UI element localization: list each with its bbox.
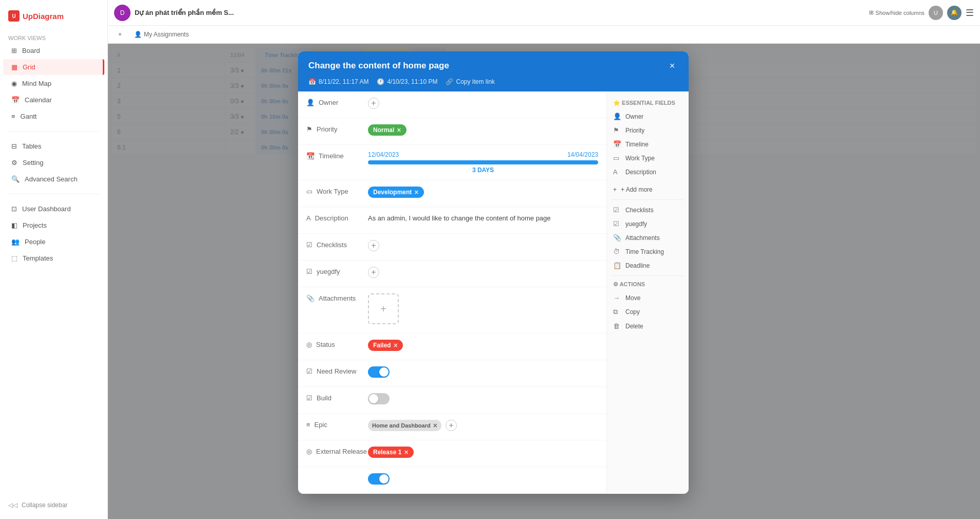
collapse-sidebar-button[interactable]: ◁◁ Collapse sidebar bbox=[8, 502, 99, 509]
sidebar-item-templates[interactable]: ⬚ Templates bbox=[3, 250, 104, 266]
board-icon: ⊞ bbox=[11, 47, 17, 54]
sidebar-item-user-dashboard[interactable]: ⊡ User Dashboard bbox=[3, 201, 104, 217]
owner-row: 👤 Owner + bbox=[298, 91, 606, 118]
build-toggle[interactable] bbox=[368, 393, 390, 404]
priority-badge[interactable]: Normal × bbox=[368, 124, 406, 136]
nav-right: ⊞ Show/hide columns U 🔔 ☰ bbox=[869, 6, 974, 20]
sidebar-work-type-item[interactable]: ▭ Work Type bbox=[611, 151, 685, 165]
my-assignments-button[interactable]: 👤 My Assignments bbox=[130, 29, 193, 40]
essential-fields-section: ⭐ Essential fields 👤 Owner ⚑ Priority bbox=[611, 98, 685, 179]
need-review-toggle[interactable] bbox=[368, 366, 390, 378]
delete-action-button[interactable]: 🗑 Delete bbox=[611, 319, 685, 333]
sidebar-checklists-item[interactable]: ☑ Checklists bbox=[611, 203, 685, 217]
user-dashboard-icon: ⊡ bbox=[11, 205, 17, 213]
external-release-row: ◎ External Release Release 1 × bbox=[298, 440, 606, 467]
sidebar-item-grid[interactable]: ▦ Grid bbox=[3, 59, 104, 75]
epic-row: ≡ Epic Home and Dashboard × + bbox=[298, 414, 606, 440]
release-remove-button[interactable]: × bbox=[404, 448, 408, 456]
plus-icon: + bbox=[118, 31, 122, 38]
templates-icon: ⬚ bbox=[11, 254, 17, 262]
sidebar-deadline-item[interactable]: 📋 Deadline bbox=[611, 258, 685, 272]
sidebar-item-setting[interactable]: ⚙ Setting bbox=[3, 155, 104, 171]
owner-icon: 👤 bbox=[306, 99, 315, 106]
add-checklist-button[interactable]: + bbox=[368, 240, 379, 251]
timeline-container: 12/04/2023 14/04/2023 3 DAYS bbox=[368, 151, 598, 174]
sidebar-item-projects[interactable]: ◧ Projects bbox=[3, 217, 104, 233]
copy-action-button[interactable]: ⧉ Copy bbox=[611, 305, 685, 319]
work-views-label: Work Views bbox=[0, 32, 107, 42]
attachment-upload-area[interactable]: + bbox=[368, 293, 399, 324]
sidebar-item-advanced-search[interactable]: 🔍 Advanced Search bbox=[3, 171, 104, 187]
advanced-search-icon: 🔍 bbox=[11, 175, 20, 183]
epic-icon: ≡ bbox=[306, 421, 310, 429]
menu-icon[interactable]: ☰ bbox=[966, 7, 974, 18]
build-icon: ☑ bbox=[306, 394, 312, 402]
sidebar-item-board[interactable]: ⊞ Board bbox=[3, 43, 104, 59]
timeline-bar-fill bbox=[368, 160, 598, 164]
link-icon: 🔗 bbox=[446, 78, 453, 85]
sidebar-owner-item[interactable]: 👤 Owner bbox=[611, 109, 685, 123]
timeline-dates: 12/04/2023 14/04/2023 bbox=[368, 151, 598, 158]
logo-text: UpDiagram bbox=[23, 12, 64, 21]
external-release-icon: ◎ bbox=[306, 448, 312, 455]
priority-sidebar-icon: ⚑ bbox=[613, 126, 621, 134]
add-owner-button[interactable]: + bbox=[368, 98, 379, 109]
sidebar-attachments-item[interactable]: 📎 Attachments bbox=[611, 231, 685, 245]
epic-value: Home and Dashboard × + bbox=[368, 420, 598, 431]
sidebar-item-calendar[interactable]: 📅 Calendar bbox=[3, 92, 104, 108]
clock-icon: 🕐 bbox=[377, 78, 384, 85]
attachments-value: + bbox=[368, 293, 598, 324]
need-review-slider bbox=[368, 366, 390, 378]
description-text[interactable]: As an admin, I would like to change the … bbox=[368, 213, 551, 224]
sidebar-timeline-item[interactable]: 📅 Timeline bbox=[611, 137, 685, 151]
sidebar-time-tracking-item[interactable]: ⏱ Time Tracking bbox=[611, 245, 685, 258]
move-action-button[interactable]: → Move bbox=[611, 291, 685, 305]
yuegdfy-value: + bbox=[368, 267, 598, 278]
status-icon: ◎ bbox=[306, 341, 312, 348]
timeline-row: 📆 Timeline 12/04/2023 14/04/2023 bbox=[298, 145, 606, 180]
work-type-row: ▭ Work Type Development × bbox=[298, 180, 606, 207]
modal-body: 👤 Owner + ⚑ Priority bbox=[298, 91, 689, 494]
show-hide-columns-button[interactable]: ⊞ Show/hide columns bbox=[869, 9, 924, 16]
extra-slider bbox=[368, 473, 390, 485]
sidebar-description-item[interactable]: A Description bbox=[611, 165, 685, 179]
epic-remove-button[interactable]: × bbox=[433, 421, 437, 430]
sidebar-yuegdfy-item[interactable]: ☑ yuegdfy bbox=[611, 217, 685, 231]
actions-label: ⚙ Actions bbox=[611, 279, 685, 291]
description-value: As an admin, I would like to change the … bbox=[368, 213, 598, 224]
status-remove-button[interactable]: × bbox=[394, 341, 398, 349]
sidebar-priority-item[interactable]: ⚑ Priority bbox=[611, 123, 685, 137]
section2: ⊟ Tables ⚙ Setting 🔍 Advanced Search bbox=[0, 136, 107, 190]
add-epic-button[interactable]: + bbox=[446, 420, 457, 431]
epic-label: ≡ Epic bbox=[306, 420, 368, 429]
sidebar-item-people[interactable]: 👥 People bbox=[3, 234, 104, 250]
need-review-label: ☑ Need Review bbox=[306, 366, 368, 375]
priority-remove-button[interactable]: × bbox=[397, 126, 401, 134]
timeline-value: 12/04/2023 14/04/2023 3 DAYS bbox=[368, 151, 598, 174]
modal-close-button[interactable]: × bbox=[666, 60, 678, 72]
add-more-button[interactable]: + + Add more bbox=[611, 183, 685, 196]
work-type-remove-button[interactable]: × bbox=[414, 188, 418, 196]
sidebar-item-tables[interactable]: ⊟ Tables bbox=[3, 138, 104, 154]
epic-badge[interactable]: Home and Dashboard × bbox=[368, 420, 441, 431]
notification-icon[interactable]: 🔔 bbox=[947, 6, 961, 20]
collapse-icon: ◁◁ bbox=[8, 502, 17, 509]
status-badge[interactable]: Failed × bbox=[368, 340, 403, 351]
sidebar-item-gantt[interactable]: ≡ Gantt bbox=[3, 108, 104, 124]
priority-label: ⚑ Priority bbox=[306, 124, 368, 133]
add-yuegdfy-button[interactable]: + bbox=[368, 267, 379, 278]
user-avatar[interactable]: U bbox=[929, 6, 943, 20]
extra-toggle[interactable] bbox=[368, 473, 390, 485]
build-row: ☑ Build bbox=[298, 387, 606, 414]
copy-icon: ⧉ bbox=[613, 308, 621, 316]
calendar-icon: 📅 bbox=[11, 96, 20, 104]
timeline-sidebar-icon: 📅 bbox=[613, 140, 621, 148]
sidebar-item-mind-map[interactable]: ◉ Mind Map bbox=[3, 76, 104, 91]
yuegdfy-sidebar-icon: ☑ bbox=[613, 220, 621, 228]
modal-right-sidebar: ⭐ Essential fields 👤 Owner ⚑ Priority bbox=[606, 91, 689, 494]
work-type-badge[interactable]: Development × bbox=[368, 187, 424, 198]
tables-icon: ⊟ bbox=[11, 142, 17, 150]
copy-link-button[interactable]: 🔗 Copy item link bbox=[446, 78, 494, 85]
add-task-button[interactable]: + bbox=[114, 29, 126, 40]
release-badge[interactable]: Release 1 × bbox=[368, 447, 414, 458]
